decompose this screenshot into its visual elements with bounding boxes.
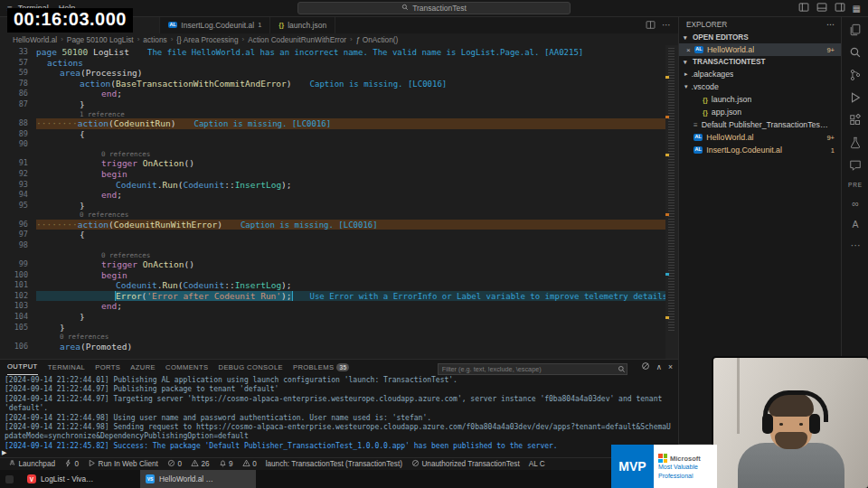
- testing-icon[interactable]: [842, 136, 868, 149]
- tree-item[interactable]: {}app.json: [679, 106, 842, 118]
- command-center[interactable]: TransactionTest: [297, 2, 571, 14]
- status-al-c[interactable]: AL C: [524, 458, 550, 470]
- line-number[interactable]: 94: [0, 190, 36, 201]
- tree-item[interactable]: ALInsertLog.Codeunit.al1: [679, 144, 842, 156]
- line-number[interactable]: 106: [0, 342, 36, 352]
- line-number[interactable]: 92: [0, 169, 36, 180]
- breadcrumb-item[interactable]: Page 50100 LogList: [67, 35, 134, 44]
- open-editors-header[interactable]: ▾ OPEN EDITORS: [679, 32, 842, 43]
- code-line[interactable]: 106area(Promoted): [0, 342, 665, 352]
- line-number[interactable]: 86: [0, 89, 36, 99]
- line-number[interactable]: 97: [0, 230, 36, 240]
- code-editor[interactable]: 33page 50100 LogListThe file HelloWorld.…: [0, 45, 678, 360]
- tree-item[interactable]: ≡Default Publisher_TransactionTes…: [679, 118, 842, 131]
- breadcrumb-item[interactable]: Action CodeunitRunWithError: [248, 35, 346, 44]
- search-icon[interactable]: [842, 46, 868, 59]
- sidebar-more-icon[interactable]: ⋯: [826, 20, 835, 29]
- editor-tab[interactable]: ALInsertLog.Codeunit.al1: [160, 16, 270, 33]
- code-line[interactable]: 88········action(CodeunitRun)Caption is …: [0, 118, 665, 129]
- tree-item[interactable]: ▾.vscode: [679, 80, 842, 93]
- line-number[interactable]: 96: [0, 220, 36, 230]
- output-filter-input[interactable]: [438, 363, 627, 375]
- status-launch-transactiontest-transactiontest[interactable]: launch: TransactionTest (TransactionTest…: [261, 458, 407, 470]
- code-line[interactable]: 91trigger OnAction(): [0, 158, 665, 169]
- panel-tab-comments[interactable]: COMMENTS: [165, 360, 209, 374]
- explorer-icon[interactable]: [842, 23, 868, 36]
- code-line[interactable]: 104}: [0, 312, 665, 323]
- pre-icon[interactable]: PRE: [842, 182, 868, 188]
- code-line[interactable]: 99trigger OnAction(): [0, 259, 665, 270]
- code-line[interactable]: 92begin: [0, 169, 665, 180]
- line-number[interactable]: 100: [0, 270, 36, 281]
- breadcrumb-item[interactable]: HelloWorld.al: [13, 35, 57, 44]
- taskbar-tray-icon[interactable]: [5, 475, 14, 483]
- codelens-row[interactable]: 0 references: [0, 150, 665, 159]
- status-launchpad[interactable]: Launchpad: [4, 458, 60, 470]
- taskbar-window[interactable]: VSHelloWorld.al …: [140, 470, 256, 488]
- al-object-explorer-icon[interactable]: A: [842, 219, 868, 230]
- split-editor-icon[interactable]: [646, 17, 656, 33]
- tree-item[interactable]: ▸.alpackages: [679, 68, 842, 80]
- toggle-panel-icon[interactable]: [816, 0, 827, 16]
- breadcrumb-item[interactable]: {} Area Processing: [176, 35, 238, 44]
- status-0[interactable]: 0: [163, 458, 186, 470]
- line-number[interactable]: 57: [0, 58, 36, 69]
- close-icon[interactable]: ×: [686, 46, 691, 54]
- comments-icon[interactable]: [842, 159, 868, 172]
- toggle-sidebar-icon[interactable]: [798, 0, 809, 16]
- clear-output-icon[interactable]: [641, 361, 650, 372]
- azure-pipelines-icon[interactable]: ∞: [842, 198, 868, 209]
- panel-tab-output[interactable]: OUTPUT: [7, 360, 38, 375]
- more-views-icon[interactable]: ⋯: [842, 239, 868, 250]
- line-number[interactable]: 105: [0, 323, 36, 333]
- line-number[interactable]: 87: [0, 99, 36, 110]
- status-9[interactable]: 9: [214, 458, 238, 470]
- workspace-header[interactable]: ▾ TRANSACTIONTEST: [679, 56, 842, 68]
- toggle-secondary-sidebar-icon[interactable]: [835, 0, 845, 16]
- line-number[interactable]: 99: [0, 259, 36, 270]
- line-number[interactable]: 89: [0, 129, 36, 140]
- source-control-icon[interactable]: [842, 69, 868, 81]
- run-and-debug-icon[interactable]: [842, 91, 868, 104]
- code-line[interactable]: 89{: [0, 129, 665, 140]
- line-number[interactable]: 90: [0, 139, 36, 150]
- extensions-icon[interactable]: [842, 114, 868, 127]
- code-line[interactable]: 59area(Processing): [0, 68, 665, 79]
- panel-tab-terminal[interactable]: TERMINAL: [48, 360, 86, 374]
- codelens-row[interactable]: 0 references: [0, 333, 665, 342]
- code-line[interactable]: 96········action(CodeunitRunWithError)Ca…: [0, 220, 665, 230]
- code-line[interactable]: 87}: [0, 99, 665, 110]
- panel-tab-debug-console[interactable]: DEBUG CONSOLE: [219, 360, 283, 374]
- code-line[interactable]: 97{: [0, 230, 665, 240]
- status-0[interactable]: 0: [238, 458, 261, 470]
- line-number[interactable]: 93: [0, 180, 36, 191]
- code-line[interactable]: 93Codeunit.Run(Codeunit::InsertLog);: [0, 180, 665, 191]
- code-line[interactable]: 102Error('Error after Codeunit Run');Use…: [0, 291, 665, 302]
- line-number[interactable]: 78: [0, 79, 36, 89]
- codelens-row[interactable]: 1 reference: [0, 110, 665, 119]
- codelens-row[interactable]: 0 references: [0, 251, 665, 260]
- tree-item[interactable]: ALHelloWorld.al9+: [679, 131, 842, 144]
- line-number[interactable]: 102: [0, 291, 36, 302]
- line-number[interactable]: 101: [0, 280, 36, 291]
- editor-tab[interactable]: {}launch.json: [270, 16, 335, 33]
- status-run-in-web-client[interactable]: Run In Web Client: [83, 458, 163, 470]
- line-number[interactable]: 95: [0, 201, 36, 211]
- breadcrumb-item[interactable]: actions: [143, 35, 166, 44]
- line-number[interactable]: 91: [0, 158, 36, 169]
- code-line[interactable]: 57actions: [0, 58, 665, 69]
- code-line[interactable]: 100begin: [0, 270, 665, 281]
- code-line[interactable]: 78action(BaseTransactionWithCommitAndErr…: [0, 79, 665, 89]
- breadcrumb-item[interactable]: ƒ OnAction(): [356, 35, 399, 44]
- editor-more-icon[interactable]: ⋯: [662, 20, 671, 30]
- status-unauthorized-transactiontest[interactable]: Unauthorized TransactionTest: [407, 458, 524, 470]
- code-line[interactable]: 90: [0, 139, 665, 150]
- panel-tab-azure[interactable]: AZURE: [130, 360, 156, 374]
- panel-tab-problems[interactable]: PROBLEMS35: [293, 360, 349, 374]
- minimap[interactable]: [665, 45, 678, 360]
- code-line[interactable]: 95}: [0, 201, 665, 211]
- codelens-row[interactable]: 0 references: [0, 211, 665, 220]
- close-panel-icon[interactable]: ×: [668, 362, 673, 371]
- status-0[interactable]: 0: [60, 458, 83, 470]
- maximize-panel-icon[interactable]: ∧: [656, 362, 662, 371]
